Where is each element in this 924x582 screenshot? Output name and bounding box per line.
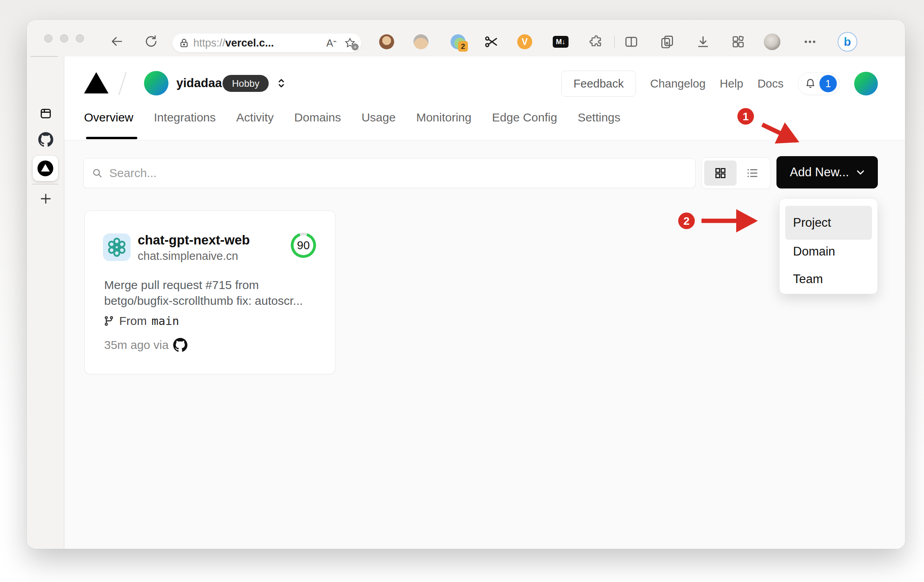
- view-toggle: [701, 157, 771, 189]
- team-name[interactable]: yidadaa: [176, 76, 222, 90]
- sidebar-divider: [30, 56, 58, 57]
- extensions-menu-button[interactable]: [587, 33, 605, 51]
- traffic-light-minimize[interactable]: [60, 34, 68, 43]
- back-button[interactable]: [108, 33, 125, 50]
- bing-chat-button[interactable]: b: [836, 31, 859, 53]
- download-icon: [696, 34, 711, 49]
- settings-more-button[interactable]: [801, 33, 819, 51]
- vercel-page: yidadaa Hobby Feedback Changelog Help Do…: [64, 56, 905, 549]
- dashboard-nav: Overview Integrations Activity Domains U…: [84, 111, 621, 128]
- tab-group-icon: 2: [451, 34, 466, 49]
- tab-github[interactable]: [27, 132, 64, 147]
- edge-sidebar: [27, 56, 64, 549]
- tab-overview[interactable]: Overview: [84, 111, 133, 128]
- bing-icon: b: [838, 32, 857, 52]
- read-aloud-icon[interactable]: A⌁: [326, 37, 337, 49]
- project-name[interactable]: chat-gpt-next-web: [138, 233, 250, 248]
- url-text: https://vercel.c...: [193, 37, 274, 49]
- traffic-light-close[interactable]: [44, 34, 52, 43]
- grid-view-button[interactable]: [704, 160, 737, 186]
- extension-markdown[interactable]: M↓: [552, 33, 570, 51]
- lighthouse-score-ring: 90: [291, 233, 316, 258]
- tab-vercel-active[interactable]: [33, 156, 58, 181]
- project-domain[interactable]: chat.simplenaive.cn: [138, 250, 238, 263]
- github-favicon: [38, 132, 53, 147]
- plus-icon: [38, 191, 53, 206]
- collections-add-icon: [659, 34, 675, 50]
- menu-item-project[interactable]: Project: [785, 206, 872, 240]
- apps-launcher-button[interactable]: [729, 33, 747, 51]
- user-avatar[interactable]: [854, 72, 878, 95]
- back-icon: [110, 34, 124, 48]
- collections-button[interactable]: [658, 33, 676, 51]
- v-icon: V: [517, 34, 532, 49]
- grid-view-icon: [714, 167, 727, 179]
- branch-name: main: [152, 314, 179, 328]
- project-search[interactable]: [83, 158, 696, 188]
- chevron-down-icon: [854, 166, 867, 179]
- header-actions: Feedback Changelog Help Docs 1: [561, 70, 878, 97]
- changelog-link[interactable]: Changelog: [650, 77, 705, 90]
- deploy-meta: 35m ago via: [104, 338, 187, 352]
- vertical-tabs-icon: [39, 107, 52, 120]
- traffic-light-zoom[interactable]: [76, 34, 84, 43]
- toolbar-divider: [614, 35, 615, 48]
- add-new-button[interactable]: Add New...: [776, 156, 878, 188]
- branch-label: From: [119, 314, 147, 328]
- address-bar[interactable]: https://vercel.c... A⌁ +: [172, 34, 361, 52]
- puzzle-icon: [589, 34, 604, 49]
- tab-settings[interactable]: Settings: [578, 111, 620, 128]
- chevron-updown-icon: [274, 76, 288, 90]
- profile-avatar: [764, 34, 780, 50]
- lighthouse-score: 90: [297, 239, 310, 252]
- downloads-button[interactable]: [694, 33, 712, 51]
- search-input[interactable]: [109, 166, 687, 180]
- extension-tab-groups[interactable]: 2: [449, 33, 467, 51]
- tab-actions-button[interactable]: [27, 107, 64, 120]
- notifications-button[interactable]: 1: [798, 72, 840, 95]
- sidebar-divider-2: [32, 184, 58, 185]
- feedback-button[interactable]: Feedback: [561, 71, 636, 97]
- plan-badge: Hobby: [223, 75, 269, 92]
- bell-icon: [804, 78, 816, 90]
- tab-monitoring[interactable]: Monitoring: [416, 111, 471, 128]
- breadcrumb-slash: [118, 72, 127, 95]
- monkey-icon: [379, 34, 394, 49]
- refresh-icon: [144, 34, 158, 48]
- menu-item-team[interactable]: Team: [785, 267, 872, 292]
- list-view-button[interactable]: [737, 166, 768, 180]
- menu-item-domain[interactable]: Domain: [785, 240, 872, 263]
- extension-tampermonkey[interactable]: [378, 33, 396, 51]
- favorites-star-button[interactable]: +: [344, 37, 356, 49]
- tab-domains[interactable]: Domains: [294, 111, 341, 128]
- tab-edge-config[interactable]: Edge Config: [492, 111, 557, 128]
- tab-usage[interactable]: Usage: [361, 111, 396, 128]
- help-link[interactable]: Help: [720, 77, 743, 90]
- browser-window: https://vercel.c... A⌁ + 2: [27, 20, 905, 549]
- tab-activity[interactable]: Activity: [236, 111, 274, 128]
- github-icon: [173, 338, 187, 352]
- refresh-button[interactable]: [142, 33, 160, 50]
- extension-avatar[interactable]: [412, 33, 430, 51]
- ellipsis-icon: [803, 35, 817, 49]
- browser-toolbar: https://vercel.c... A⌁ + 2: [27, 20, 905, 56]
- latest-commit-message: Merge pull request #715 from betgo/bugfi…: [104, 277, 317, 309]
- markdown-icon: M↓: [553, 36, 569, 48]
- split-screen-icon: [624, 34, 639, 49]
- extension-v[interactable]: V: [516, 33, 534, 51]
- team-avatar: [144, 71, 168, 95]
- git-branch-icon: [103, 315, 114, 326]
- vercel-logo[interactable]: [84, 72, 108, 93]
- profile-button[interactable]: [763, 33, 781, 51]
- active-tab-indicator: [86, 137, 137, 139]
- project-card[interactable]: chat-gpt-next-web chat.simplenaive.cn 90…: [84, 211, 335, 374]
- tab-integrations[interactable]: Integrations: [154, 111, 216, 128]
- extension-clipper[interactable]: [482, 33, 500, 51]
- split-screen-button[interactable]: [622, 33, 640, 51]
- new-tab-button[interactable]: [27, 191, 64, 206]
- team-switcher-button[interactable]: [274, 76, 288, 92]
- docs-link[interactable]: Docs: [758, 77, 784, 90]
- search-icon: [92, 167, 103, 179]
- lock-icon: [179, 38, 189, 48]
- project-icon-tile: [103, 233, 131, 261]
